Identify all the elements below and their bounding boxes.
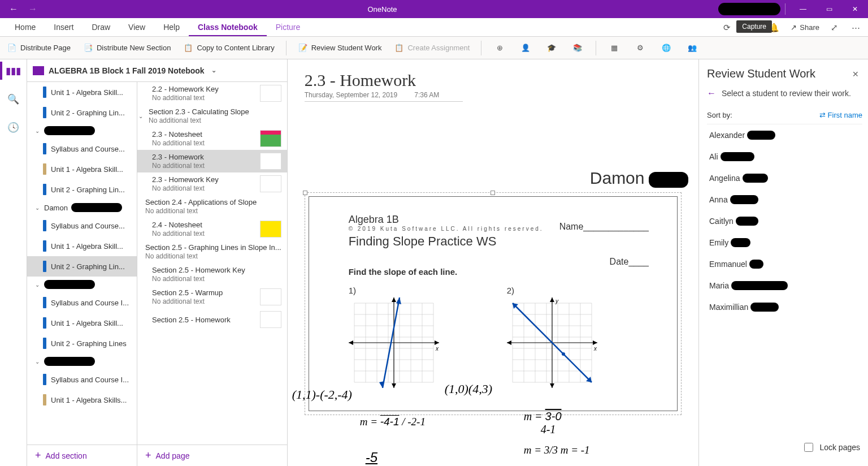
search-icon[interactable]: 🔍 <box>5 90 23 108</box>
page-item[interactable]: 2.3 - NotesheetNo additional text <box>137 127 287 150</box>
section-item[interactable]: Syllabus and Course I... <box>27 292 137 313</box>
section-item[interactable]: Syllabus and Course... <box>27 139 137 159</box>
add-section-button[interactable]: + Add section <box>27 445 137 466</box>
student-item[interactable]: Maria <box>707 275 862 296</box>
section-group[interactable]: ⌄ <box>27 277 137 292</box>
section-item[interactable]: Unit 1 - Algebra Skill... <box>27 236 137 256</box>
page-item[interactable]: 2.4 - NotesheetNo additional text <box>137 218 287 240</box>
page-item-subtitle: No additional text <box>152 230 255 238</box>
copy-library-button[interactable]: 📋 Copy to Content Library <box>182 41 275 55</box>
sync-icon[interactable]: ⟳ <box>721 20 733 35</box>
section-item[interactable]: Unit 2 - Graphing Lines <box>27 333 137 353</box>
review-work-button[interactable]: 📝 Review Student Work <box>297 41 383 55</box>
page-item[interactable]: Section 2.4 - Applications of SlopeNo ad… <box>137 195 287 218</box>
ink-annotation: -5-1 = 5 <box>366 450 403 466</box>
student-item[interactable]: Caitlyn <box>707 210 862 232</box>
chevron-down-icon: ⌄ <box>138 113 144 119</box>
notebooks-icon[interactable]: ▮▮▮ <box>5 62 23 80</box>
tab-help[interactable]: Help <box>154 18 189 36</box>
resize-handle[interactable] <box>491 191 495 195</box>
student-item[interactable]: Emmanuel <box>707 253 862 275</box>
resize-handle[interactable] <box>303 191 307 195</box>
page-thumbnail <box>260 175 281 192</box>
tab-home[interactable]: Home <box>6 18 45 36</box>
minimize-button[interactable]: — <box>790 0 816 18</box>
section-item[interactable]: Syllabus and Course I... <box>27 369 137 390</box>
sections-pane: Unit 1 - Algebra Skill...Unit 2 - Graphi… <box>27 82 137 466</box>
share-button[interactable]: ↗ Share <box>791 23 819 32</box>
globe-icon[interactable]: 🌐 <box>658 40 674 56</box>
student-item[interactable]: Emily <box>707 232 862 253</box>
page-thumbnail <box>260 130 281 147</box>
tab-picture[interactable]: Picture <box>267 18 310 36</box>
page-item[interactable]: 2.3 - HomeworkNo additional text <box>137 150 287 172</box>
page-item[interactable]: Section 2.5 - Graphing Lines in Slope In… <box>137 240 287 263</box>
section-group[interactable]: ⌄ <box>27 123 137 139</box>
page-item[interactable]: 2.3 - Homework KeyNo additional text <box>137 172 287 195</box>
section-item[interactable]: Unit 1 - Algebra Skill... <box>27 159 137 179</box>
more-icon[interactable]: ⋯ <box>849 20 862 35</box>
sort-toggle[interactable]: ⇄ First name <box>819 111 862 119</box>
section-item[interactable]: Unit 1 - Algebra Skills... <box>27 390 137 410</box>
chevron-down-icon: ⌄ <box>35 359 41 365</box>
redacted-account <box>718 3 780 15</box>
back-arrow-icon[interactable]: ← <box>707 88 716 98</box>
nav-forward-button[interactable]: → <box>25 1 41 17</box>
ribbon-commands: 📄 Distribute Page 📑 Distribute New Secti… <box>0 37 868 59</box>
svg-marker-19 <box>349 340 353 345</box>
student-item[interactable]: Angelina <box>707 167 862 189</box>
section-item[interactable]: Unit 2 - Graphing Lin... <box>27 179 137 200</box>
tab-insert[interactable]: Insert <box>45 18 83 36</box>
close-panel-button[interactable]: ✕ <box>849 69 862 79</box>
section-item[interactable]: Unit 1 - Algebra Skill... <box>27 82 137 102</box>
people-icon[interactable]: 👥 <box>684 40 700 56</box>
chevron-down-icon: ⌄ <box>35 128 41 134</box>
student-item[interactable]: Alexander <box>707 124 862 146</box>
notebook-picker[interactable]: ALGEBRA 1B Block 1 Fall 2019 Notebook ⌄ <box>27 59 287 82</box>
nav-back-button[interactable]: ← <box>6 1 21 17</box>
section-group[interactable]: ⌄ <box>27 353 137 369</box>
worksheet-image-frame[interactable]: Damon Algebra 1B © 2019 Kuta Software LL… <box>305 192 682 415</box>
section-color-tab <box>43 261 46 272</box>
section-group[interactable]: ⌄Damon <box>27 200 137 215</box>
tab-draw[interactable]: Draw <box>83 18 119 36</box>
tab-view[interactable]: View <box>119 18 154 36</box>
problem-2: 2) x y <box>507 286 597 388</box>
student-item[interactable]: Maximillian <box>707 296 862 318</box>
section-item[interactable]: Unit 1 - Algebra Skill... <box>27 313 137 333</box>
ink-annotation: m = -4-1 / -2-1 <box>360 416 426 428</box>
books-icon[interactable]: 📚 <box>570 40 585 56</box>
add-page-button[interactable]: + Add page <box>137 445 287 466</box>
add-page-icon[interactable]: ⊕ <box>492 40 507 56</box>
distribute-section-button[interactable]: 📑 Distribute New Section <box>82 41 172 55</box>
manage-icon[interactable]: ▦ <box>606 40 622 56</box>
page-title[interactable]: 2.3 - Homework <box>305 71 682 90</box>
settings-icon[interactable]: ⚙ <box>632 40 648 56</box>
page-item[interactable]: Section 2.5 - Homework KeyNo additional … <box>137 263 287 286</box>
page-item[interactable]: ⌄Section 2.3 - Calculating SlopeNo addit… <box>137 105 287 127</box>
section-item[interactable]: Syllabus and Course... <box>27 215 137 236</box>
page-item[interactable]: Section 2.5 - WarmupNo additional text <box>137 286 287 308</box>
section-item[interactable]: Unit 2 - Graphing Lin... <box>27 256 137 277</box>
student-item[interactable]: Anna <box>707 189 862 210</box>
recent-icon[interactable]: 🕓 <box>5 118 23 136</box>
section-label: Unit 2 - Graphing Lin... <box>51 262 125 271</box>
section-item[interactable]: Unit 2 - Graphing Lin... <box>27 102 137 123</box>
capture-tooltip: Capture <box>736 20 772 33</box>
student-item[interactable]: Ali <box>707 146 862 167</box>
page-item[interactable]: 2.2 - Homework KeyNo additional text <box>137 82 287 105</box>
distribute-page-button[interactable]: 📄 Distribute Page <box>6 41 72 55</box>
cmd-label: Review Student Work <box>311 44 382 52</box>
fullscreen-icon[interactable]: ⤢ <box>828 20 840 35</box>
close-button[interactable]: ✕ <box>842 0 868 18</box>
student-first-name: Emmanuel <box>709 260 747 269</box>
tab-class-notebook[interactable]: Class Notebook <box>189 18 267 36</box>
page-canvas[interactable]: 2.3 - Homework Thursday, September 12, 2… <box>288 59 698 466</box>
notebook-name: ALGEBRA 1B Block 1 Fall 2019 Notebook <box>49 66 205 75</box>
lock-pages-checkbox[interactable] <box>804 443 813 452</box>
ws-date-field: Date____ <box>349 257 649 267</box>
person-icon[interactable]: 👤 <box>518 40 533 56</box>
page-item[interactable]: Section 2.5 - Homework <box>137 308 287 331</box>
graduation-icon[interactable]: 🎓 <box>544 40 559 56</box>
maximize-button[interactable]: ▭ <box>816 0 842 18</box>
